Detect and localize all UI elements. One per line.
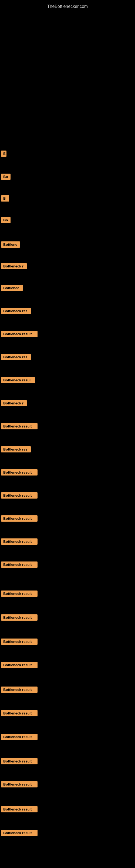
label-10: Bottleneck res	[1, 354, 31, 361]
label-13-label: Bottleneck result	[1, 423, 38, 429]
label-21: Bottleneck result	[1, 614, 38, 622]
label-30: Bottleneck result	[1, 830, 38, 837]
label-14: Bottleneck res	[1, 446, 31, 454]
label-10-label: Bottleneck res	[1, 354, 31, 360]
label-15-label: Bottleneck result	[1, 469, 38, 475]
label-11-label: Bottleneck resul	[1, 377, 35, 383]
label-6: Bottleneck r	[1, 263, 27, 271]
label-24: Bottleneck result	[1, 686, 38, 694]
label-17: Bottleneck result	[1, 516, 38, 523]
label-7: Bottlenec	[1, 285, 23, 292]
label-29: Bottleneck result	[1, 806, 38, 813]
label-23-label: Bottleneck result	[1, 662, 38, 668]
label-6-label: Bottleneck r	[1, 263, 27, 269]
label-19: Bottleneck result	[1, 561, 38, 569]
label-25-label: Bottleneck result	[1, 710, 38, 716]
label-29-label: Bottleneck result	[1, 806, 38, 812]
label-7-label: Bottlenec	[1, 285, 23, 291]
label-30-label: Bottleneck result	[1, 830, 38, 836]
label-14-label: Bottleneck res	[1, 446, 31, 453]
label-26-label: Bottleneck result	[1, 734, 38, 740]
label-16: Bottleneck result	[1, 492, 38, 500]
label-1: E	[1, 151, 6, 158]
label-2: Bo	[1, 174, 10, 181]
label-12: Bottleneck r	[1, 400, 27, 407]
label-19-label: Bottleneck result	[1, 561, 38, 568]
label-17-label: Bottleneck result	[1, 516, 38, 522]
label-5: Bottlene	[1, 241, 20, 249]
label-18-label: Bottleneck result	[1, 538, 38, 545]
label-13: Bottleneck result	[1, 423, 38, 431]
label-25: Bottleneck result	[1, 710, 38, 717]
site-title: TheBottlenecker.com	[0, 1, 135, 12]
label-9: Bottleneck result	[1, 331, 38, 338]
label-22: Bottleneck result	[1, 639, 38, 646]
label-28: Bottleneck result	[1, 781, 38, 788]
label-4: Bo	[1, 217, 10, 224]
label-4-label: Bo	[1, 217, 10, 223]
label-15: Bottleneck result	[1, 469, 38, 476]
label-5-label: Bottlene	[1, 241, 20, 248]
label-3-label: B	[1, 195, 9, 202]
label-8: Bottleneck res	[1, 308, 31, 315]
label-23: Bottleneck result	[1, 662, 38, 669]
label-16-label: Bottleneck result	[1, 492, 38, 499]
label-1-label: E	[1, 151, 6, 157]
label-22-label: Bottleneck result	[1, 639, 38, 645]
label-18: Bottleneck result	[1, 538, 38, 546]
label-24-label: Bottleneck result	[1, 686, 38, 693]
label-3: B	[1, 195, 9, 203]
main-content: TheBottlenecker.com EBoBBoBottleneBottle…	[0, 0, 135, 868]
label-20: Bottleneck result	[1, 590, 38, 598]
label-8-label: Bottleneck res	[1, 308, 31, 314]
label-27: Bottleneck result	[1, 758, 38, 766]
label-28-label: Bottleneck result	[1, 781, 38, 787]
label-21-label: Bottleneck result	[1, 614, 38, 621]
label-26: Bottleneck result	[1, 734, 38, 741]
label-2-label: Bo	[1, 174, 10, 180]
label-20-label: Bottleneck result	[1, 590, 38, 597]
label-11: Bottleneck resul	[1, 377, 35, 384]
label-9-label: Bottleneck result	[1, 331, 38, 337]
label-12-label: Bottleneck r	[1, 400, 27, 406]
label-27-label: Bottleneck result	[1, 758, 38, 764]
